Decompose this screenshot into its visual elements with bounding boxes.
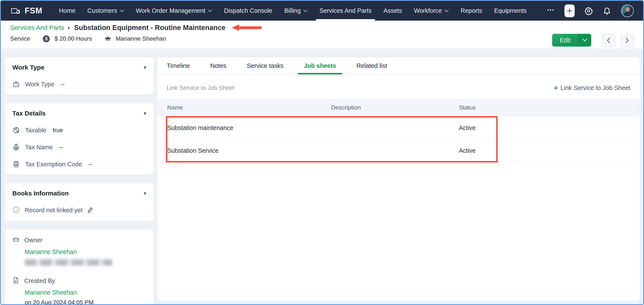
record-header: Services And Parts ▸ Substation Equipmen… (1, 21, 643, 48)
tab-job-sheets[interactable]: Job sheets (304, 58, 336, 74)
chevron-down-icon (208, 10, 212, 12)
nav-item-services-and-parts[interactable]: Services And Parts (320, 1, 372, 21)
job-sheet-status: Active (459, 139, 640, 162)
edit-button[interactable]: Edit (552, 34, 578, 46)
bell-icon (603, 6, 611, 15)
app-window: FSM Home Customers Work Order Management… (0, 0, 644, 305)
collapse-toggle-icon[interactable]: ▾ (144, 110, 146, 116)
owner-name-link[interactable]: Marianne Sheehan (25, 248, 146, 256)
plus-icon (566, 8, 573, 14)
nav-item-reports[interactable]: Reports (461, 1, 482, 21)
record-meta: Service $ $ 20.00 Hours Marianne Sheehan (10, 35, 262, 42)
tax-name-value: -- (59, 144, 64, 150)
nav-item-dispatch-console[interactable]: Dispatch Console (224, 1, 272, 21)
record-detail-panel: Timeline Notes Service tasks Job sheets … (158, 58, 640, 301)
nav-item-home[interactable]: Home (59, 1, 75, 21)
nav-item-workforce[interactable]: Workforce (414, 1, 449, 21)
table-header-row: Name Description Status (158, 99, 640, 116)
nav-item-billing[interactable]: Billing (284, 1, 308, 21)
column-header-name[interactable]: Name (158, 99, 331, 116)
money-bag-icon (12, 143, 20, 151)
owner-block: Owner Marianne Sheehan (12, 236, 146, 266)
owner-email-redacted (25, 259, 112, 266)
link-service-to-job-sheet-button[interactable]: + Link Service to Job Sheet (554, 84, 630, 92)
tab-notes[interactable]: Notes (210, 58, 226, 74)
nav-item-assets[interactable]: Assets (384, 1, 402, 21)
nav-item-equipments[interactable]: Equipments (494, 1, 526, 21)
briefcase-icon (12, 80, 20, 88)
books-information-card: Books Information ▾ Record not linked ye… (5, 183, 154, 221)
brand[interactable]: FSM (10, 6, 42, 15)
record-type-label: Service (10, 35, 30, 42)
column-header-status[interactable]: Status (459, 99, 640, 116)
nav-item-customers[interactable]: Customers (88, 1, 124, 21)
chevron-down-icon (444, 10, 449, 12)
brand-name: FSM (25, 6, 42, 15)
price-value: $ 20.00 Hours (54, 35, 92, 42)
gear-icon (584, 6, 593, 15)
tax-name-label: Tax Name (25, 144, 53, 151)
price-icon: $ (43, 35, 50, 42)
column-header-description[interactable]: Description (331, 99, 459, 116)
crown-icon (12, 236, 20, 244)
tab-timeline[interactable]: Timeline (167, 58, 190, 74)
quick-create-button[interactable] (564, 4, 575, 17)
more-menu-icon[interactable]: ••• (547, 7, 555, 14)
nav-menu: Home Customers Work Order Management Dis… (59, 1, 538, 21)
job-sheet-name[interactable]: Substation maintenance (158, 116, 331, 139)
chevron-left-icon (606, 37, 611, 44)
job-sheet-name[interactable]: Substation Service (158, 139, 331, 162)
nav-item-work-order-management[interactable]: Work Order Management (136, 1, 212, 21)
job-sheets-toolbar: Link Service to Job Sheet + Link Service… (158, 74, 640, 99)
tab-service-tasks[interactable]: Service tasks (247, 58, 283, 74)
tax-exemption-code-value: -- (88, 161, 92, 168)
created-on-date: on 20 Aug 2024 04:05 PM (25, 299, 146, 304)
tax-details-card-title: Tax Details (12, 110, 46, 117)
chevron-down-icon (582, 39, 587, 42)
link-record-icon[interactable] (87, 207, 94, 214)
collapse-toggle-icon[interactable]: ▾ (144, 190, 146, 196)
page-title: Substation Equipment - Routine Maintenan… (74, 24, 226, 32)
work-type-card-title: Work Type (12, 64, 44, 71)
created-by-label: Created By (24, 277, 55, 284)
notifications-button[interactable] (603, 6, 611, 15)
tax-exemption-code-label: Tax Exemption Code (25, 161, 82, 168)
settings-button[interactable] (584, 6, 593, 15)
owner-label: Owner (24, 237, 42, 244)
detail-tabs: Timeline Notes Service tasks Job sheets … (158, 58, 640, 74)
table-row[interactable]: Substation maintenance Active (158, 116, 640, 139)
breadcrumb-parent-link[interactable]: Services And Parts (10, 24, 64, 31)
breadcrumb-separator-icon: ▸ (68, 25, 70, 30)
taxable-label: Taxable (25, 127, 46, 134)
chevron-down-icon (303, 10, 308, 12)
taxable-field: Taxable true (12, 126, 146, 134)
tab-related-list[interactable]: Related list (356, 58, 387, 74)
taxable-value: true (53, 127, 63, 134)
work-type-field-value: -- (61, 81, 65, 88)
created-by-block: Created By Marianne Sheehan on 20 Aug 20… (12, 277, 146, 304)
work-type-card: Work Type ▾ Work Type -- (5, 58, 154, 94)
top-navigation: FSM Home Customers Work Order Management… (1, 1, 643, 21)
books-status-row: Record not linked yet (12, 206, 146, 214)
tax-details-card: Tax Details ▾ Taxable true Tax Name -- T… (5, 103, 154, 174)
created-by-name-link[interactable]: Marianne Sheehan (25, 289, 146, 296)
previous-record-button[interactable] (602, 34, 615, 47)
user-avatar[interactable] (621, 4, 634, 17)
books-card-title: Books Information (12, 190, 69, 197)
annotation-arrow-icon (232, 24, 262, 31)
tax-name-field: Tax Name -- (12, 143, 146, 151)
edit-split-button: Edit (552, 34, 591, 46)
edit-dropdown-button[interactable] (578, 34, 591, 46)
next-record-button[interactable] (620, 34, 634, 47)
table-row[interactable]: Substation Service Active (158, 139, 640, 162)
record-header-left: Services And Parts ▸ Substation Equipmen… (10, 24, 262, 48)
plus-icon: + (554, 84, 558, 92)
detail-sidebar: Work Type ▾ Work Type -- Tax Details ▾ T… (5, 58, 154, 301)
collapse-toggle-icon[interactable]: ▾ (144, 64, 146, 70)
content-area: Work Type ▾ Work Type -- Tax Details ▾ T… (1, 48, 643, 304)
tax-exemption-code-field: Tax Exemption Code -- (12, 160, 146, 168)
nav-right-cluster: ••• (547, 4, 634, 17)
work-type-field-label: Work Type (25, 81, 54, 88)
link-service-hint: Link Service to Job Sheet (167, 84, 234, 91)
job-sheet-status: Active (459, 116, 640, 139)
